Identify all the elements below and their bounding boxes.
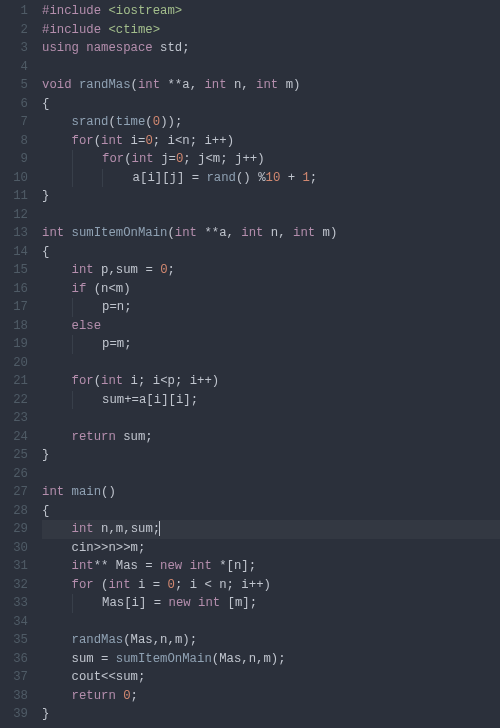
code-line[interactable]: using namespace std; [42,39,500,58]
token-call: time [116,115,146,129]
line-number: 20 [6,354,28,373]
token-punc: ] [177,171,192,185]
code-line[interactable]: if (n<m) [42,280,500,299]
code-line[interactable]: return sum; [42,428,500,447]
token-op: = [153,578,168,592]
code-area[interactable]: #include <iostream>#include <ctime>using… [38,0,500,728]
token-op: + [280,171,302,185]
line-number: 31 [6,557,28,576]
line-number: 13 [6,224,28,243]
line-number: 28 [6,502,28,521]
code-line[interactable]: srand(time(0)); [42,113,500,132]
code-line[interactable]: #include <ctime> [42,21,500,40]
code-line[interactable]: for(int i; i<p; i++) [42,372,500,391]
token-num: 10 [266,171,281,185]
line-number: 9 [6,150,28,169]
code-line[interactable]: cout<<sum; [42,668,500,687]
token-id: i [241,578,248,592]
token-punc: ]; [183,393,198,407]
token-punc: ; [310,171,317,185]
token-fn: sumItemOnMain [72,226,168,240]
token-op: = [169,152,176,166]
token-kw: int [198,596,228,610]
token-punc: () [101,485,116,499]
code-line[interactable]: } [42,705,500,724]
code-line[interactable]: } [42,187,500,206]
token-id: p [168,374,175,388]
line-number: 36 [6,650,28,669]
line-number: 6 [6,95,28,114]
token-op: += [124,393,139,407]
code-line[interactable]: void randMas(int **a, int n, int m) [42,76,500,95]
code-line[interactable]: { [42,95,500,114]
code-line[interactable]: int** Mas = new int *[n]; [42,557,500,576]
token-id: cin [72,541,94,555]
token-punc: ) [227,134,234,148]
code-line[interactable] [42,409,500,428]
token-fn: randMas [79,78,131,92]
token-op: * [219,559,226,573]
token-kw: int [256,78,286,92]
token-id: a [182,78,189,92]
code-line[interactable]: { [42,502,500,521]
code-line[interactable]: int n,m,sum; [42,520,500,539]
token-id: sum [116,263,146,277]
code-line[interactable]: p=n; [42,298,500,317]
code-line[interactable] [42,465,500,484]
code-line[interactable]: randMas(Mas,n,m); [42,631,500,650]
code-line[interactable]: #include <iostream> [42,2,500,21]
token-id: i [168,134,175,148]
code-line[interactable]: { [42,243,500,262]
line-number: 1 [6,2,28,21]
token-op: = [154,596,169,610]
token-punc: ) [257,152,264,166]
token-id: i [147,171,154,185]
line-number: 4 [6,58,28,77]
token-id: n [160,633,167,647]
code-line[interactable]: Mas[i] = new int [m]; [42,594,500,613]
token-op: ++ [242,152,257,166]
line-number: 25 [6,446,28,465]
token-op: = [192,171,207,185]
code-line[interactable] [42,354,500,373]
code-line[interactable]: p=m; [42,335,500,354]
token-id: sum [116,670,138,684]
token-id: Mas [102,596,124,610]
code-line[interactable] [42,206,500,225]
token-punc: ; [124,300,131,314]
token-op: = [109,300,116,314]
code-line[interactable]: sum = sumItemOnMain(Mas,n,m); [42,650,500,669]
token-punc: ; [227,578,242,592]
code-line[interactable]: sum+=a[i][i]; [42,391,500,410]
token-call: randMas [72,633,124,647]
code-line[interactable]: else [42,317,500,336]
line-number: 14 [6,243,28,262]
code-line[interactable] [42,613,500,632]
code-editor[interactable]: 1234567891011121314151617181920212223242… [0,0,500,728]
token-hdr: <ctime> [108,23,160,37]
token-id: m [286,78,293,92]
line-number: 27 [6,483,28,502]
line-number: 32 [6,576,28,595]
code-line[interactable]: for(int i=0; i<n; i++) [42,132,500,151]
token-id: i [204,134,211,148]
token-punc: , [123,522,130,536]
code-line[interactable]: int main() [42,483,500,502]
code-line[interactable] [42,58,500,77]
code-line[interactable]: } [42,446,500,465]
token-punc: ; [182,41,189,55]
token-op: = [145,263,160,277]
code-line[interactable]: cin>>n>>m; [42,539,500,558]
token-call: rand [206,171,236,185]
token-id: n [182,134,189,148]
code-line[interactable]: int p,sum = 0; [42,261,500,280]
code-line[interactable]: int sumItemOnMain(int **a, int n, int m) [42,224,500,243]
token-id: a [219,226,226,240]
token-punc: ; [220,152,235,166]
token-punc: ( [124,152,131,166]
code-line[interactable]: for(int j=0; j<m; j++) [42,150,500,169]
token-op: % [258,171,265,185]
code-line[interactable]: for (int i = 0; i < n; i++) [42,576,500,595]
code-line[interactable]: a[i][j] = rand() %10 + 1; [42,169,500,188]
code-line[interactable]: return 0; [42,687,500,706]
